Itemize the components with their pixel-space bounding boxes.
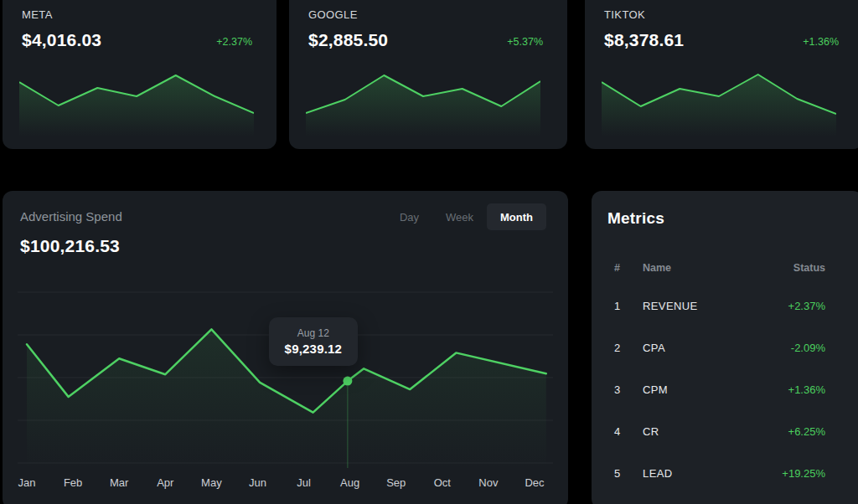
metric-status: -2.09% [791, 342, 825, 354]
table-header-row: # Name Status [592, 262, 858, 275]
stat-card-change-badge: +5.37% [507, 36, 543, 48]
metric-name: CR [643, 425, 659, 438]
metric-status: +6.25% [788, 425, 825, 438]
metric-name: CPA [643, 342, 665, 354]
metric-name: REVENUE [643, 300, 698, 312]
metric-row-lead: 5LEAD+19.25% [592, 452, 858, 494]
sparkline-area [306, 75, 540, 136]
metric-rank: 2 [614, 342, 620, 354]
stat-card-change-badge: +2.37% [216, 36, 252, 48]
metric-row-cr: 4CR+6.25% [592, 410, 858, 452]
metric-status: +19.25% [782, 467, 825, 480]
metric-name: LEAD [643, 467, 673, 480]
stat-card-value: $8,378.61 [604, 30, 684, 50]
metric-rank: 5 [614, 467, 620, 480]
sparkline-chart [602, 65, 836, 136]
stat-card-change-badge: +1.36% [803, 36, 839, 48]
metric-rank: 4 [614, 425, 620, 438]
stat-card-title: GOOGLE [308, 8, 358, 21]
tooltip-date: Aug 12 [297, 327, 329, 339]
column-header-name: Name [643, 262, 671, 274]
sparkline-chart [306, 65, 540, 136]
column-header-num: # [614, 262, 620, 274]
stat-card-google: GOOGLE $2,885.50 +5.37% [289, 0, 567, 149]
stat-card-title: TIKTOK [604, 8, 645, 21]
stat-card-title: META [22, 8, 53, 21]
stat-card-value-row: $8,378.61 +1.36% [604, 30, 839, 50]
panel-title: Metrics [607, 209, 664, 228]
stat-card-value-row: $2,885.50 +5.37% [308, 30, 543, 50]
chart-tooltip: Aug 12 $9,239.12 [269, 317, 358, 366]
sparkline-area [602, 75, 836, 136]
column-header-status: Status [793, 262, 825, 274]
highlight-dot [343, 377, 352, 386]
stat-card-value: $2,885.50 [308, 30, 388, 50]
advertising-spend-card: Advertising Spend $100,216.53 Day Week M… [3, 191, 568, 504]
metric-status: +2.37% [788, 300, 825, 312]
sparkline-area [19, 75, 254, 136]
tooltip-value: $9,239.12 [285, 342, 343, 356]
metrics-table-body: 1REVENUE+2.37%2CPA-2.09%3CPM+1.36%4CR+6.… [592, 285, 858, 494]
metric-name: CPM [643, 383, 668, 396]
metric-row-revenue: 1REVENUE+2.37% [592, 285, 858, 327]
sparkline-chart [19, 65, 254, 136]
metric-status: +1.36% [788, 383, 825, 396]
metric-rank: 1 [614, 300, 620, 312]
metric-rank: 3 [614, 383, 620, 396]
stat-card-value: $4,016.03 [22, 30, 101, 50]
metrics-card: Metrics # Name Status 1REVENUE+2.37%2CPA… [592, 191, 858, 504]
metric-row-cpm: 3CPM+1.36% [592, 368, 858, 410]
stat-card-value-row: $4,016.03 +2.37% [22, 30, 252, 50]
stat-card-tiktok: TIKTOK $8,378.61 +1.36% [585, 0, 858, 149]
metric-row-cpa: 2CPA-2.09% [592, 327, 858, 368]
stat-card-meta: META $4,016.03 +2.37% [3, 0, 277, 149]
